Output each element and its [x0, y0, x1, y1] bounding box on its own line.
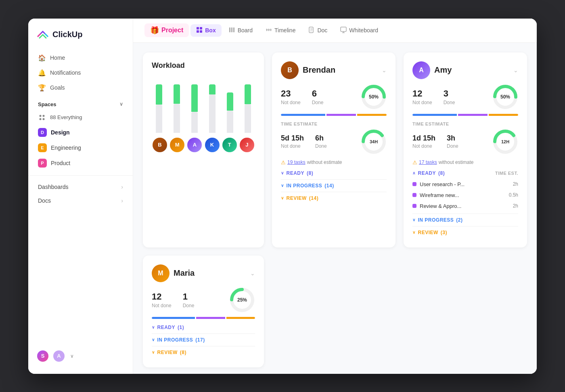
bar-col-5 — [223, 84, 237, 133]
sidebar-item-everything[interactable]: 88 Everything — [33, 111, 128, 124]
svg-rect-9 — [231, 27, 232, 32]
maria-review-count: (8) — [180, 350, 186, 355]
brendan-ready-chevron: ∨ — [281, 171, 284, 175]
sidebar-item-dashboards[interactable]: Dashboards › — [33, 180, 128, 193]
engineering-label: Engineering — [51, 145, 81, 151]
maria-done-number: 1 — [183, 291, 195, 302]
svg-rect-4 — [197, 27, 199, 29]
maria-chevron-icon[interactable]: ⌄ — [250, 270, 255, 277]
sidebar-item-docs[interactable]: Docs › — [33, 194, 128, 207]
svg-point-3 — [43, 118, 45, 120]
maria-not-done-stat: 12 Not done — [152, 291, 172, 308]
amy-header: A Amy ⌄ — [412, 61, 518, 79]
brendan-warning-suffix: without estimate — [307, 159, 342, 165]
docs-label: Docs — [38, 197, 51, 204]
bar-col-1 — [152, 84, 166, 133]
maria-status-review[interactable]: ∨ REVIEW (8) — [152, 350, 255, 358]
footer-chevron-icon[interactable]: ∨ — [70, 353, 74, 359]
tab-box[interactable]: Box — [190, 24, 221, 37]
brendan-done-stat: 6 Done — [312, 88, 324, 105]
bar-gray-2 — [174, 104, 180, 133]
doc-icon — [308, 27, 315, 34]
amy-ready-label: READY — [418, 170, 436, 176]
amy-warning-icon: ⚠ — [412, 159, 417, 166]
amy-time-est-col-label: TIME EST. — [495, 171, 518, 176]
goals-icon: 🏆 — [38, 84, 46, 92]
brendan-in-progress-label: IN PROGRESS — [287, 183, 322, 189]
timeline-label: Timeline — [274, 27, 295, 34]
amy-not-done-time: 1d 15h Not done — [412, 134, 435, 149]
progress-blue — [281, 114, 325, 116]
main-content: 🎁 Project Box Board Timeline — [133, 19, 537, 374]
amy-review-count: (3) — [441, 230, 447, 235]
bar-col-2 — [170, 84, 184, 133]
amy-not-done-time-val: 1d 15h — [412, 134, 435, 143]
maria-progress-purple — [196, 317, 225, 319]
sidebar-item-home[interactable]: 🏠 Home — [33, 51, 128, 65]
maria-ready-label: READY — [157, 325, 176, 330]
brendan-status-in-progress[interactable]: ∨ IN PROGRESS (14) — [281, 183, 387, 192]
spaces-list: 88 Everything D Design E Engineering P P… — [28, 111, 133, 170]
maria-avatar: M — [152, 264, 170, 282]
task-time-3: 2h — [513, 203, 518, 209]
top-cards-row: Workload — [143, 52, 527, 247]
docs-chevron-icon: › — [121, 197, 123, 204]
amy-warning-link[interactable]: 17 tasks — [419, 159, 437, 165]
amy-status-in-progress[interactable]: ∨ IN PROGRESS (2) — [412, 217, 518, 226]
brendan-header: B Brendan ⌄ — [281, 61, 387, 79]
home-icon: 🏠 — [38, 54, 46, 62]
amy-not-done-time-label: Not done — [412, 143, 435, 149]
sidebar-item-product[interactable]: P Product — [33, 156, 128, 170]
amy-donut: 50% — [492, 84, 518, 110]
tab-doc[interactable]: Doc — [303, 24, 333, 37]
amy-time-section: TIME ESTIMATE 1d 15h Not done 3h Done — [412, 122, 518, 155]
maria-done-label: Done — [183, 303, 195, 308]
tab-project[interactable]: 🎁 Project — [144, 23, 189, 37]
whiteboard-icon — [340, 27, 347, 34]
bar-col-4 — [205, 84, 220, 133]
spaces-chevron-icon[interactable]: ∨ — [119, 101, 123, 107]
maria-status-ready[interactable]: ∨ READY (1) — [152, 325, 255, 334]
tab-timeline[interactable]: Timeline — [260, 24, 301, 37]
brendan-status-review[interactable]: ∨ REVIEW (14) — [281, 195, 387, 204]
maria-status-in-progress[interactable]: ∨ IN PROGRESS (17) — [152, 337, 255, 346]
svg-rect-5 — [200, 27, 202, 29]
user-avatar-s[interactable]: S — [36, 350, 49, 363]
brendan-in-progress-count: (14) — [324, 183, 334, 189]
tab-board[interactable]: Board — [223, 24, 258, 37]
brendan-done-time: 6h Done — [315, 134, 327, 149]
brendan-donut: 50% — [361, 84, 387, 110]
app-container: ClickUp 🏠 Home 🔔 Notifications 🏆 Goals S… — [28, 19, 537, 374]
amy-status-review[interactable]: ∨ REVIEW (3) — [412, 230, 518, 239]
brendan-chevron-icon[interactable]: ⌄ — [382, 67, 387, 73]
amy-warning: ⚠ 17 tasks without estimate — [412, 159, 518, 166]
maria-donut-label: 25% — [237, 297, 247, 303]
brendan-warning: ⚠ 19 tasks without estimate — [281, 159, 387, 166]
svg-rect-10 — [233, 27, 234, 32]
sidebar-divider — [28, 175, 133, 176]
maria-in-progress-label: IN PROGRESS — [157, 337, 193, 343]
everything-label: 88 Everything — [50, 114, 82, 120]
amy-status-ready[interactable]: ∧ READY (8) TIME EST. — [412, 170, 518, 178]
bar-green-3 — [191, 84, 198, 112]
brendan-avatar: B — [281, 61, 299, 79]
maria-ready-chevron: ∨ — [152, 325, 155, 329]
design-label: Design — [51, 129, 70, 136]
brendan-status-ready[interactable]: ∨ READY (8) — [281, 170, 387, 180]
bar-green-4 — [209, 84, 216, 95]
amy-done-label: Done — [444, 100, 455, 105]
amy-review-chevron: ∨ — [412, 230, 416, 235]
sidebar-item-goals[interactable]: 🏆 Goals — [33, 81, 128, 95]
sidebar-item-notifications[interactable]: 🔔 Notifications — [33, 66, 128, 80]
amy-chevron-icon[interactable]: ⌄ — [513, 67, 518, 73]
brendan-warning-link[interactable]: 19 tasks — [287, 159, 306, 165]
doc-label: Doc — [317, 27, 327, 34]
sidebar-item-engineering[interactable]: E Engineering — [33, 140, 128, 155]
maria-card: M Maria ⌄ 12 Not done 1 Done — [143, 256, 264, 367]
top-nav: 🎁 Project Box Board Timeline — [133, 19, 537, 43]
user-avatar-secondary[interactable]: A — [52, 350, 65, 363]
tab-whiteboard[interactable]: Whiteboard — [335, 24, 384, 37]
sidebar-item-design[interactable]: D Design — [33, 125, 128, 140]
workload-avatars: B M A K T J — [152, 138, 255, 152]
spaces-section-header: Spaces ∨ — [28, 95, 133, 111]
